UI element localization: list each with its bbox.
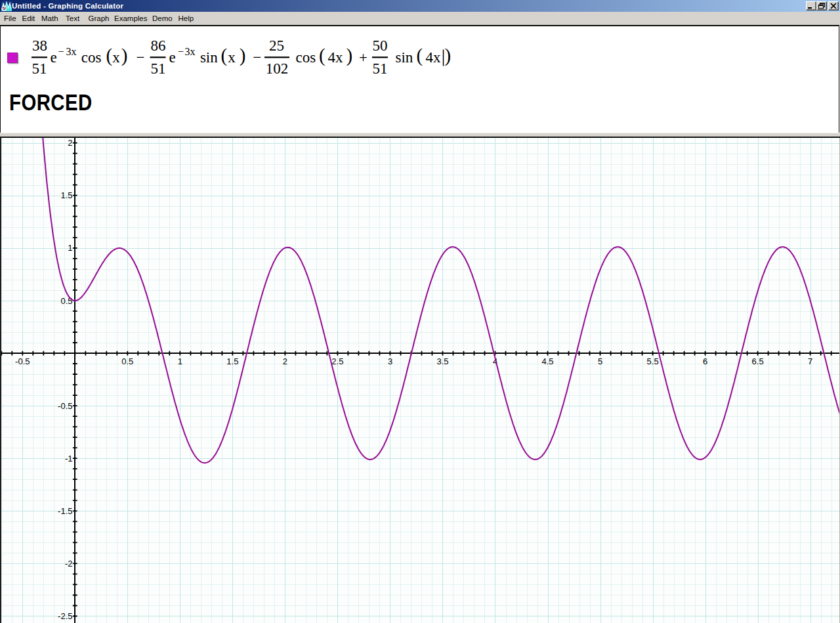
svg-text:51: 51 [150, 60, 165, 77]
svg-text:(: ( [416, 45, 423, 66]
svg-text:6.5: 6.5 [752, 356, 764, 366]
svg-text:4x: 4x [327, 49, 343, 66]
svg-text:−: − [253, 49, 261, 66]
svg-text:38: 38 [32, 37, 47, 54]
svg-text:-0.5: -0.5 [15, 356, 30, 366]
svg-text:1.5: 1.5 [60, 190, 72, 200]
svg-text:51: 51 [372, 60, 387, 77]
svg-text:(: ( [106, 45, 112, 66]
svg-text:7: 7 [808, 356, 812, 366]
svg-text:sin: sin [200, 49, 217, 66]
svg-text:3x: 3x [184, 46, 195, 57]
svg-text:−: − [58, 46, 64, 57]
svg-text:-1.5: -1.5 [58, 506, 72, 516]
svg-text:0.5: 0.5 [121, 356, 133, 366]
svg-text:2: 2 [283, 356, 287, 366]
svg-text:4x: 4x [425, 49, 441, 66]
svg-text:1: 1 [68, 243, 72, 253]
svg-text:): ) [346, 45, 352, 66]
svg-text:102: 102 [265, 60, 288, 77]
svg-text:51: 51 [32, 60, 47, 77]
svg-text:sin: sin [395, 49, 413, 66]
svg-text:): ) [121, 45, 127, 66]
svg-text:(: ( [319, 45, 326, 66]
svg-text:+: + [359, 49, 368, 66]
svg-text:-1: -1 [65, 454, 73, 463]
svg-text:): ) [239, 45, 245, 66]
svg-text:(: ( [220, 45, 227, 66]
svg-text:1.5: 1.5 [226, 356, 238, 366]
svg-text:): ) [444, 45, 451, 66]
svg-text:−: − [178, 46, 184, 57]
svg-text:3x: 3x [66, 46, 76, 57]
svg-text:86: 86 [150, 37, 165, 54]
svg-text:e: e [50, 49, 56, 66]
svg-text:50: 50 [372, 37, 387, 54]
svg-text:6: 6 [703, 356, 707, 366]
svg-text:5.5: 5.5 [647, 356, 659, 366]
svg-text:-2.5: -2.5 [58, 611, 72, 621]
svg-text:2: 2 [68, 138, 72, 148]
svg-text:25: 25 [269, 37, 284, 54]
svg-text:x: x [228, 49, 236, 66]
svg-text:cos: cos [295, 49, 316, 66]
svg-text:cos: cos [81, 49, 101, 66]
svg-text:3: 3 [388, 356, 392, 366]
svg-text:1: 1 [178, 356, 182, 366]
svg-text:4.5: 4.5 [541, 356, 553, 366]
svg-text:−: − [136, 49, 144, 66]
svg-text:e: e [169, 49, 175, 66]
svg-text:-2: -2 [65, 559, 73, 569]
svg-text:x: x [112, 49, 120, 66]
svg-text:3.5: 3.5 [436, 356, 448, 366]
svg-text:2.5: 2.5 [331, 356, 343, 366]
svg-text:5: 5 [598, 356, 602, 366]
svg-text:-0.5: -0.5 [58, 401, 72, 411]
